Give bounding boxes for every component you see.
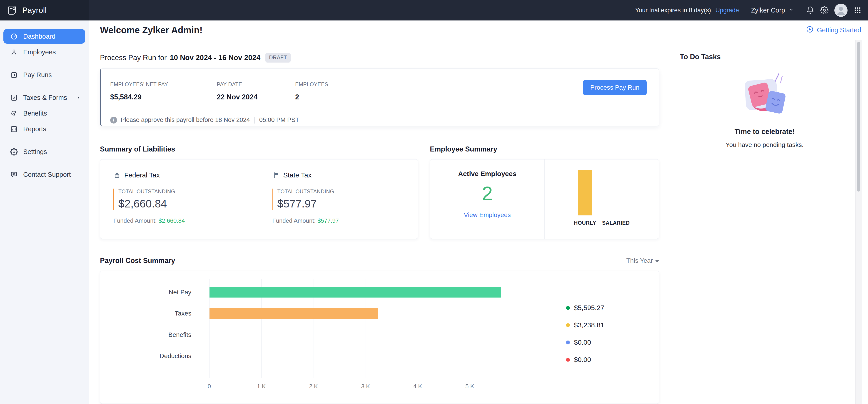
page-title: Welcome Zylker Admin! — [100, 25, 203, 35]
employee-type-bar — [578, 170, 592, 215]
liability-name-row: Federal Tax — [113, 171, 250, 179]
chart-x-tick: 3 K — [361, 383, 370, 390]
caret-down-icon — [655, 260, 659, 262]
sidebar-item-benefits[interactable]: Benefits — [3, 106, 85, 121]
sidebar-item-dashboard[interactable]: Dashboard — [3, 29, 85, 44]
dashboard-icon — [10, 33, 18, 40]
sidebar-item-settings[interactable]: Settings — [3, 144, 85, 159]
payrun-note-text: Please approve this payroll before 18 No… — [121, 116, 250, 123]
payroll-cost-xticks: 01 K2 K3 K4 K5 K — [209, 383, 501, 392]
sidebar-item-employees[interactable]: Employees — [3, 45, 85, 59]
outstanding-label: TOTAL OUTSTANDING — [277, 189, 409, 195]
legend-item-taxes: $3,238.81 — [566, 316, 604, 334]
outstanding-label: TOTAL OUTSTANDING — [118, 189, 250, 195]
payrun-approval-note: i Please approve this payroll before 18 … — [110, 116, 647, 123]
chart-x-tick: 5 K — [465, 383, 474, 390]
payrun-note-time: 05:00 PM PST — [259, 116, 299, 123]
legend-value: $0.00 — [574, 356, 591, 364]
liability-name: State Tax — [283, 171, 312, 179]
sidebar-item-label: Pay Runs — [23, 71, 52, 79]
user-avatar[interactable] — [834, 4, 847, 17]
legend-item-deductions: $0.00 — [566, 351, 604, 368]
chart-x-tick: 4 K — [413, 383, 422, 390]
date-range-dropdown[interactable]: This Year — [626, 257, 659, 264]
notifications-bell-icon[interactable] — [806, 6, 814, 14]
payrun-stat-employees: EMPLOYEES2 — [295, 81, 328, 101]
todo-panel: To Do Tasks — [674, 40, 855, 404]
liabilities-card: Federal TaxTOTAL OUTSTANDING$2,660.84Fun… — [100, 159, 418, 239]
federal-tax-icon — [113, 172, 121, 179]
active-employees-block: Active Employees 2 View Employees — [430, 160, 545, 239]
todo-subtext: You have no pending tasks. — [725, 141, 803, 148]
funded-value: $2,660.84 — [159, 217, 185, 224]
funded-amount: Funded Amount:$577.97 — [273, 217, 409, 224]
chevron-right-icon — [76, 95, 81, 100]
todo-title: To Do Tasks — [674, 40, 855, 61]
stat-value: 2 — [295, 93, 328, 101]
sidebar-item-pay-runs[interactable]: Pay Runs — [3, 67, 85, 82]
settings-gear-icon[interactable] — [820, 6, 829, 14]
payrun-stat-pay-date: PAY DATE22 Nov 2024 — [191, 81, 295, 101]
liability-federal-tax: Federal TaxTOTAL OUTSTANDING$2,660.84Fun… — [100, 160, 259, 239]
upgrade-link[interactable]: Upgrade — [716, 7, 739, 14]
todo-headline: Time to celebrate! — [735, 127, 795, 136]
chart-x-tick: 2 K — [309, 383, 318, 390]
chart-category-label: Deductions — [159, 352, 191, 359]
funded-label: Funded Amount: — [113, 217, 157, 224]
topbar-divider — [800, 6, 800, 14]
chart-category-label: Benefits — [168, 331, 191, 339]
employees-icon — [10, 49, 18, 56]
employee-type-chart-cols: HOURLYSALARIED — [574, 170, 630, 226]
scrollbar[interactable] — [855, 40, 862, 404]
scrollbar-thumb[interactable] — [857, 42, 860, 192]
process-pay-run-button[interactable]: Process Pay Run — [583, 80, 647, 95]
liability-outstanding: TOTAL OUTSTANDING$577.97 — [273, 189, 409, 210]
sidebar-item-taxes-forms[interactable]: Taxes & Forms — [3, 90, 85, 105]
funded-value: $577.97 — [317, 217, 339, 224]
legend-item-benefits: $0.00 — [566, 334, 604, 351]
legend-dot — [566, 306, 570, 310]
payroll-cost-card: Net PayTaxesBenefitsDeductions 01 K2 K3 … — [100, 271, 659, 404]
sidebar: DashboardEmployeesPay RunsTaxes & FormsB… — [0, 21, 89, 404]
view-employees-link[interactable]: View Employees — [464, 211, 510, 219]
liability-name: Federal Tax — [124, 171, 160, 179]
taxes-forms-icon — [10, 94, 18, 102]
payrun-card: EMPLOYEES' NET PAY$5,584.29PAY DATE22 No… — [100, 68, 659, 126]
trial-notice: Your trial expires in 8 day(s). — [635, 7, 713, 14]
payrun-stat-employees-net-pay: EMPLOYEES' NET PAY$5,584.29 — [110, 81, 191, 101]
sidebar-item-contact-support[interactable]: Contact Support — [3, 167, 85, 182]
pay-runs-icon — [10, 71, 18, 79]
legend-dot — [566, 358, 570, 362]
page-header: Welcome Zylker Admin! Getting Started — [89, 21, 868, 40]
chevron-down-icon — [788, 7, 794, 14]
active-employees-label: Active Employees — [458, 170, 517, 178]
employee-summary-card: Active Employees 2 View Employees HOURLY… — [430, 159, 659, 239]
payroll-cost-section: Payroll Cost Summary This Year Net PayTa… — [100, 257, 659, 404]
sidebar-item-label: Dashboard — [23, 33, 56, 40]
play-circle-icon — [806, 26, 814, 35]
legend-value: $3,238.81 — [574, 321, 604, 329]
celebration-illustration — [727, 71, 802, 121]
chart-x-tick: 0 — [208, 383, 211, 390]
stat-label: PAY DATE — [217, 81, 295, 88]
employee-type-chart: HOURLYSALARIED — [545, 160, 659, 239]
org-selector[interactable]: Zylker Corp — [751, 7, 794, 14]
employee-summary-title: Employee Summary — [430, 145, 659, 153]
outstanding-amount: $577.97 — [277, 198, 409, 210]
chart-category-label: Net Pay — [168, 289, 191, 296]
apps-grid-icon[interactable] — [854, 6, 862, 14]
employee-type-label: SALARIED — [602, 220, 630, 226]
sidebar-item-reports[interactable]: Reports — [3, 122, 85, 136]
liabilities-section: Summary of Liabilities Federal TaxTOTAL … — [100, 145, 418, 239]
chart-bar-net-pay — [210, 287, 501, 297]
topbar-actions: Your trial expires in 8 day(s). Upgrade … — [635, 4, 868, 17]
payroll-cost-labels: Net PayTaxesBenefitsDeductions — [100, 279, 209, 378]
outstanding-amount: $2,660.84 — [118, 198, 250, 210]
note-divider — [254, 117, 255, 123]
contact-support-icon — [10, 171, 18, 178]
sidebar-item-label: Settings — [23, 148, 47, 155]
dashboard-main: Process Pay Run for 10 Nov 2024 - 16 Nov… — [89, 40, 674, 404]
getting-started-link[interactable]: Getting Started — [806, 26, 861, 35]
legend-dot — [566, 341, 570, 344]
legend-value: $5,595.27 — [574, 304, 604, 312]
